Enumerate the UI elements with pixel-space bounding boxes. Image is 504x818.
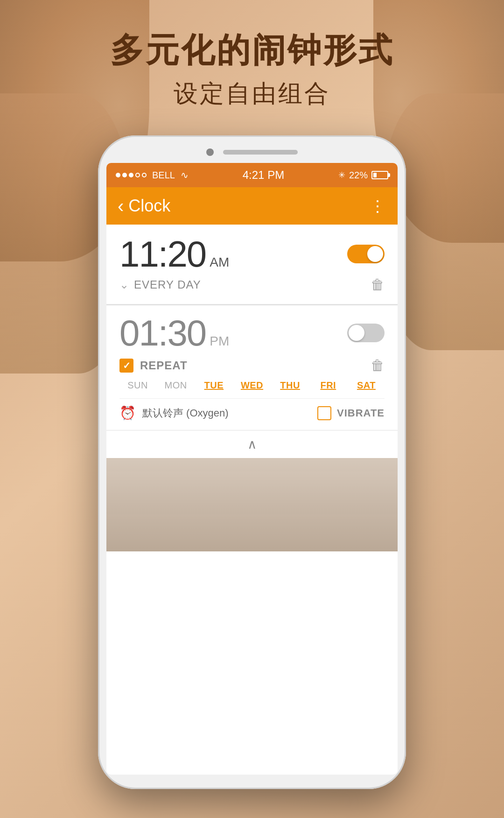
alarm-1-repeat-text: EVERY DAY bbox=[134, 278, 201, 291]
phone-notch bbox=[98, 135, 406, 156]
status-time: 4:21 PM bbox=[243, 169, 284, 182]
alarm-2-delete-icon[interactable]: 🗑 bbox=[371, 358, 385, 374]
alarm-1-meta: ⌄ EVERY DAY 🗑 bbox=[119, 277, 385, 293]
back-button[interactable]: ‹ Clock bbox=[118, 196, 170, 217]
phone-screen: BELL ∿ 4:21 PM ✳ 22% ‹ Clock ⋮ bbox=[106, 163, 398, 775]
toggle-2-thumb bbox=[349, 325, 364, 341]
signal-dot-3 bbox=[129, 173, 133, 177]
alarm-1-toggle[interactable] bbox=[347, 245, 385, 263]
vibrate-checkbox[interactable] bbox=[317, 406, 331, 420]
battery-fill bbox=[373, 173, 377, 177]
vibrate-area: VIBRATE bbox=[317, 406, 385, 420]
back-label: Clock bbox=[128, 196, 170, 216]
battery-percent: 22% bbox=[349, 170, 368, 181]
chevron-down-icon[interactable]: ⌄ bbox=[119, 278, 129, 291]
sound-left: ⏰ 默认铃声 (Oxygen) bbox=[119, 405, 229, 421]
alarm-2-digits: 01:30 bbox=[119, 315, 206, 351]
header-section: 多元化的闹钟形式 设定自由组合 bbox=[0, 28, 504, 110]
repeat-label: REPEAT bbox=[140, 359, 364, 372]
day-wed[interactable]: WED bbox=[236, 380, 268, 391]
main-title: 多元化的闹钟形式 bbox=[0, 28, 504, 73]
alarm-2-top-row: 01:30 PM bbox=[119, 315, 385, 351]
day-sat[interactable]: SAT bbox=[350, 380, 383, 391]
day-sun[interactable]: SUN bbox=[121, 380, 154, 391]
phone-frame: BELL ∿ 4:21 PM ✳ 22% ‹ Clock ⋮ bbox=[98, 135, 406, 789]
day-thu[interactable]: THU bbox=[274, 380, 307, 391]
status-right: ✳ 22% bbox=[338, 170, 388, 181]
signal-dot-4 bbox=[135, 173, 140, 177]
collapse-row[interactable]: ∧ bbox=[106, 430, 398, 458]
alarm-1-time: 11:20 AM bbox=[119, 236, 229, 272]
phone-dot-camera bbox=[206, 148, 214, 156]
alarm-2-repeat-row: REPEAT 🗑 bbox=[119, 358, 385, 374]
sound-name[interactable]: 默认铃声 (Oxygen) bbox=[142, 406, 229, 420]
phone-speaker bbox=[223, 150, 298, 155]
signal-dot-2 bbox=[122, 173, 127, 177]
alarm-2-time: 01:30 PM bbox=[119, 315, 229, 351]
alarm-2-ampm: PM bbox=[210, 334, 229, 349]
back-arrow-icon: ‹ bbox=[118, 196, 124, 217]
signal-dot-5 bbox=[142, 173, 147, 177]
day-mon[interactable]: MON bbox=[160, 380, 192, 391]
status-bar: BELL ∿ 4:21 PM ✳ 22% bbox=[106, 163, 398, 187]
main-subtitle: 设定自由组合 bbox=[0, 78, 504, 110]
status-left: BELL ∿ bbox=[116, 169, 189, 181]
sound-vibrate-row: ⏰ 默认铃声 (Oxygen) VIBRATE bbox=[119, 398, 385, 421]
alarm-1-repeat-info: ⌄ EVERY DAY bbox=[119, 278, 201, 291]
more-button[interactable]: ⋮ bbox=[370, 197, 386, 215]
chevron-up-icon: ∧ bbox=[247, 437, 257, 452]
alarm-1-delete-icon[interactable]: 🗑 bbox=[371, 277, 385, 293]
battery-icon bbox=[371, 171, 388, 179]
nav-bar: ‹ Clock ⋮ bbox=[106, 187, 398, 225]
day-fri[interactable]: FRI bbox=[312, 380, 344, 391]
alarm-bell-icon: ⏰ bbox=[119, 405, 136, 421]
alarm-1-ampm: AM bbox=[210, 255, 229, 270]
alarm-1-top-row: 11:20 AM bbox=[119, 236, 385, 272]
signal-dots bbox=[116, 173, 147, 177]
bottom-blur-area bbox=[106, 458, 398, 551]
alarm-item-1: 11:20 AM ⌄ EVERY DAY 🗑 bbox=[106, 225, 398, 304]
alarm-item-2: 01:30 PM REPEAT 🗑 SUN MON bbox=[106, 305, 398, 430]
alarm-1-digits: 11:20 bbox=[119, 236, 206, 272]
carrier-label: BELL bbox=[152, 170, 175, 181]
toggle-thumb bbox=[367, 246, 383, 262]
alarm-2-toggle[interactable] bbox=[347, 324, 385, 342]
days-of-week: SUN MON TUE WED THU FRI SAT bbox=[119, 380, 385, 391]
day-tue[interactable]: TUE bbox=[197, 380, 230, 391]
wifi-icon: ∿ bbox=[181, 169, 189, 181]
repeat-checkbox[interactable] bbox=[119, 359, 133, 373]
alarm-list: 11:20 AM ⌄ EVERY DAY 🗑 bbox=[106, 225, 398, 551]
signal-dot-1 bbox=[116, 173, 120, 177]
vibrate-label: VIBRATE bbox=[337, 407, 385, 419]
bluetooth-icon: ✳ bbox=[338, 170, 345, 180]
